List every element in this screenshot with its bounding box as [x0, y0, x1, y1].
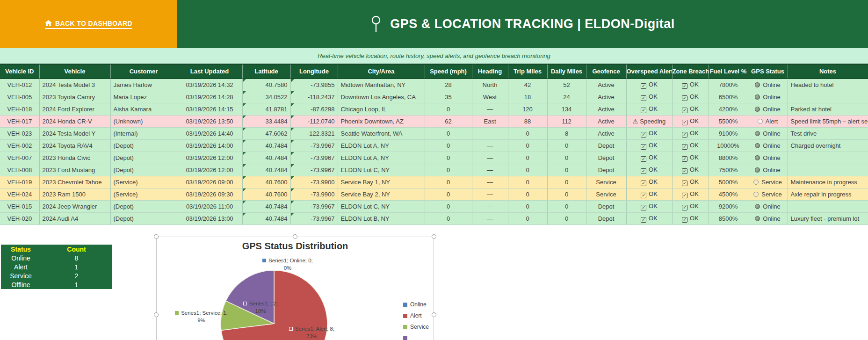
cell-id[interactable]: VEH-020 [0, 212, 39, 224]
cell-lat[interactable]: 40.7484 [242, 139, 290, 152]
status-name-cell[interactable]: Online [1, 253, 41, 262]
column-header-notes[interactable]: Notes [788, 64, 868, 79]
cell-vehicle[interactable]: 2023 Chevrolet Tahoe [39, 176, 110, 188]
selection-handle-middle-left[interactable] [154, 312, 159, 317]
cell-city[interactable]: ELDON Lot B, NY [338, 212, 425, 224]
cell-zone[interactable]: ✓OK [672, 200, 709, 212]
cell-trip[interactable]: 0 [508, 188, 547, 200]
selection-handle-middle-right[interactable] [432, 312, 436, 317]
cell-lon[interactable]: -118.2437 [290, 91, 338, 103]
cell-geofence[interactable]: Depot [586, 164, 626, 176]
cell-lon[interactable]: -73.9900 [290, 176, 338, 188]
cell-notes[interactable]: Test drive [788, 127, 868, 139]
cell-trip[interactable]: 120 [508, 103, 547, 115]
legend-item[interactable]: Alert [403, 312, 436, 319]
cell-notes[interactable]: Luxury fleet - premium lot [788, 212, 868, 224]
cell-id[interactable]: VEH-015 [0, 200, 39, 212]
cell-zone[interactable]: ✓OK [672, 103, 709, 115]
cell-city[interactable]: ELDON Lot A, NY [338, 152, 425, 164]
cell-overspeed[interactable]: ✓OK [626, 79, 672, 91]
cell-overspeed[interactable]: ✓OK [626, 152, 672, 164]
cell-lon[interactable]: -112.0740 [290, 115, 338, 127]
cell-zone[interactable]: ✓OK [672, 188, 709, 200]
cell-heading[interactable]: — [472, 152, 508, 164]
cell-fuel[interactable]: 9100% [709, 127, 748, 139]
cell-daily[interactable]: 134 [547, 103, 586, 115]
cell-heading[interactable]: — [472, 127, 508, 139]
cell-zone[interactable]: ✓OK [672, 115, 709, 127]
cell-customer[interactable]: Maria Lopez [110, 91, 177, 103]
cell-lon[interactable]: -122.3321 [290, 127, 338, 139]
cell-zone[interactable]: ✓OK [672, 212, 709, 224]
cell-updated[interactable]: 03/19/2026 13:00 [177, 212, 242, 224]
cell-speed[interactable]: 28 [425, 79, 472, 91]
cell-daily[interactable]: 112 [547, 115, 586, 127]
cell-heading[interactable]: East [472, 115, 508, 127]
column-header-geofence[interactable]: Geofence [586, 64, 626, 79]
cell-vehicle[interactable]: 2023 Toyota Camry [39, 91, 110, 103]
cell-heading[interactable]: — [472, 200, 508, 212]
cell-zone[interactable]: ✓OK [672, 127, 709, 139]
cell-trip[interactable]: 0 [508, 164, 547, 176]
cell-fuel[interactable]: 8800% [709, 152, 748, 164]
cell-updated[interactable]: 03/19/2026 14:40 [177, 127, 242, 139]
cell-geofence[interactable]: Service [586, 188, 626, 200]
cell-overspeed[interactable]: ✓OK [626, 139, 672, 152]
cell-daily[interactable]: 8 [547, 127, 586, 139]
cell-updated[interactable]: 03/19/2026 13:50 [177, 115, 242, 127]
cell-geofence[interactable]: Active [586, 79, 626, 91]
column-header-daily[interactable]: Daily Miles [547, 64, 586, 79]
cell-lat[interactable]: 40.7484 [242, 164, 290, 176]
cell-heading[interactable]: — [472, 176, 508, 188]
cell-id[interactable]: VEH-023 [0, 127, 39, 139]
cell-speed[interactable]: 0 [425, 164, 472, 176]
cell-lon[interactable]: -87.6298 [290, 103, 338, 115]
data-label-service[interactable]: Series1; Service; 1; 9% [163, 309, 240, 324]
cell-heading[interactable]: — [472, 103, 508, 115]
cell-gps[interactable]: Online [748, 212, 788, 224]
cell-lat[interactable]: 40.7580 [242, 79, 290, 91]
chart-legend[interactable]: OnlineAlertService [403, 301, 436, 340]
cell-overspeed[interactable]: ⚠Speeding [626, 115, 672, 127]
cell-daily[interactable]: 0 [547, 200, 586, 212]
cell-trip[interactable]: 0 [508, 139, 547, 152]
data-label-alert[interactable]: Series1; Alert; 8; 73% [273, 325, 350, 340]
cell-daily[interactable]: 0 [547, 164, 586, 176]
cell-overspeed[interactable]: ✓OK [626, 200, 672, 212]
cell-fuel[interactable]: 7500% [709, 164, 748, 176]
cell-fuel[interactable]: 7800% [709, 79, 748, 91]
cell-gps[interactable]: Alert [748, 115, 788, 127]
column-header-updated[interactable]: Last Updated [177, 64, 242, 79]
cell-heading[interactable]: West [472, 91, 508, 103]
column-header-gps[interactable]: GPS Status [748, 64, 788, 79]
cell-lon[interactable]: -73.9967 [290, 139, 338, 152]
cell-geofence[interactable]: Depot [586, 152, 626, 164]
cell-fuel[interactable]: 4500% [709, 188, 748, 200]
cell-heading[interactable]: — [472, 188, 508, 200]
selection-handle-top-right[interactable] [432, 234, 436, 239]
cell-city[interactable]: ELDON Lot C, NY [338, 200, 425, 212]
cell-customer[interactable]: (Depot) [110, 164, 177, 176]
cell-overspeed[interactable]: ✓OK [626, 91, 672, 103]
cell-gps[interactable]: Online [748, 152, 788, 164]
cell-geofence[interactable]: Depot [586, 139, 626, 152]
cell-updated[interactable]: 03/19/2026 14:15 [177, 103, 242, 115]
cell-id[interactable]: VEH-007 [0, 152, 39, 164]
cell-vehicle[interactable]: 2024 Tesla Model 3 [39, 79, 110, 91]
status-header-count[interactable]: Count [41, 245, 112, 253]
cell-heading[interactable]: — [472, 164, 508, 176]
cell-fuel[interactable]: 5000% [709, 176, 748, 188]
cell-vehicle[interactable]: 2024 Audi A4 [39, 212, 110, 224]
cell-customer[interactable]: (Service) [110, 176, 177, 188]
cell-overspeed[interactable]: ✓OK [626, 103, 672, 115]
cell-lon[interactable]: -73.9967 [290, 200, 338, 212]
cell-fuel[interactable]: 8500% [709, 212, 748, 224]
cell-gps[interactable]: Online [748, 103, 788, 115]
cell-city[interactable]: Seattle Waterfront, WA [338, 127, 425, 139]
cell-zone[interactable]: ✓OK [672, 91, 709, 103]
cell-notes[interactable] [788, 164, 868, 176]
cell-id[interactable]: VEH-005 [0, 91, 39, 103]
cell-geofence[interactable]: Active [586, 127, 626, 139]
cell-updated[interactable]: 03/19/2026 09:00 [177, 176, 242, 188]
cell-trip[interactable]: 0 [508, 212, 547, 224]
